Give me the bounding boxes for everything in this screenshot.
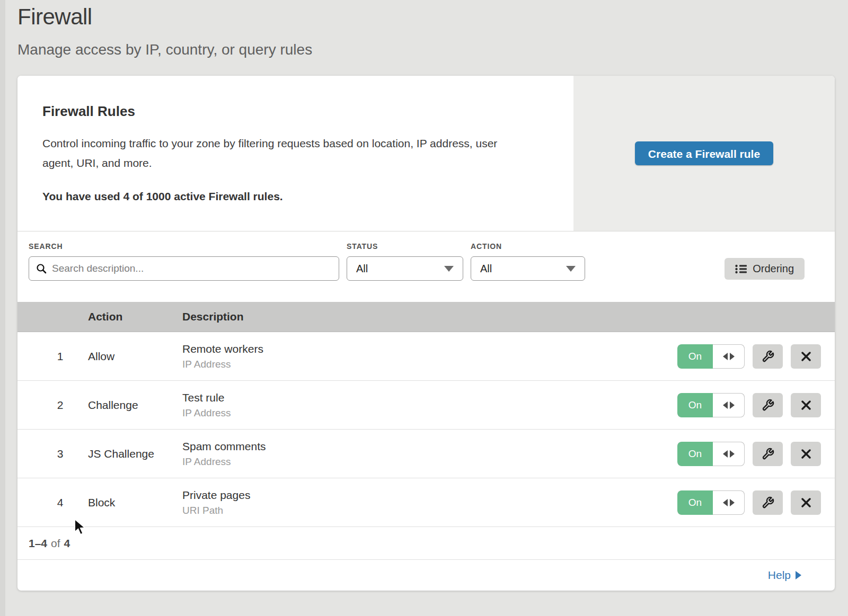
action-selected-value: All	[480, 263, 492, 275]
wrench-icon	[762, 496, 774, 509]
pagination-total: 4	[64, 537, 70, 550]
page-title: Firewall	[17, 4, 312, 30]
delete-rule-button[interactable]	[791, 393, 821, 417]
rule-priority: 4	[17, 496, 88, 509]
search-icon	[36, 263, 47, 274]
edit-rule-button[interactable]	[753, 393, 783, 417]
page-header: Firewall Manage access by IP, country, o…	[17, 4, 312, 58]
delete-rule-button[interactable]	[791, 344, 821, 369]
rule-priority: 2	[17, 399, 88, 412]
list-icon	[735, 264, 747, 274]
rule-description: Private pages	[182, 489, 677, 502]
pagination: 1–4 of 4	[17, 527, 835, 560]
ordering-button-label: Ordering	[753, 263, 794, 275]
chevron-down-icon	[566, 266, 576, 272]
help-link-label: Help	[768, 569, 791, 582]
search-label: SEARCH	[29, 242, 339, 251]
pagination-of: of	[51, 537, 60, 550]
triangle-right-icon	[796, 571, 801, 579]
rule-enabled-toggle[interactable]: On	[677, 490, 745, 515]
chevron-down-icon	[444, 266, 454, 272]
rule-enabled-toggle[interactable]: On	[677, 442, 745, 466]
left-right-arrows-icon	[713, 393, 745, 417]
wrench-icon	[762, 399, 774, 412]
intro-text-panel: Firewall Rules Control incoming traffic …	[17, 76, 573, 231]
table-row: 4 Block Private pages URI Path On	[17, 478, 835, 527]
rule-description: Spam comments	[182, 440, 677, 453]
firewall-rules-card: Firewall Rules Control incoming traffic …	[17, 76, 835, 591]
delete-rule-button[interactable]	[791, 490, 821, 515]
intro-action-panel: Create a Firewall rule	[573, 76, 835, 231]
x-icon	[800, 448, 812, 460]
edit-rule-button[interactable]	[753, 490, 783, 515]
x-icon	[800, 497, 812, 508]
wrench-icon	[762, 448, 774, 460]
rule-description: Remote workers	[182, 343, 677, 355]
rule-match-type: URI Path	[182, 505, 677, 516]
column-action: Action	[88, 310, 182, 323]
left-right-arrows-icon	[713, 442, 745, 466]
rule-description-cell: Spam comments IP Address	[182, 440, 677, 468]
rule-match-type: IP Address	[182, 407, 677, 419]
intro-section: Firewall Rules Control incoming traffic …	[17, 76, 835, 231]
table-header: Action Description	[17, 302, 835, 332]
action-select[interactable]: All	[471, 256, 585, 281]
rule-description: Test rule	[182, 391, 677, 404]
x-icon	[800, 351, 812, 362]
intro-description: Control incoming traffic to your zone by…	[42, 133, 531, 173]
column-description: Description	[182, 310, 835, 323]
toggle-on-label: On	[677, 442, 713, 466]
rule-priority: 1	[17, 350, 88, 363]
pagination-range: 1–4	[29, 537, 47, 550]
table-row: 2 Challenge Test rule IP Address On	[17, 381, 835, 430]
toggle-on-label: On	[677, 490, 713, 515]
search-input-wrap	[29, 256, 339, 281]
rule-match-type: IP Address	[182, 456, 677, 468]
table-row: 3 JS Challenge Spam comments IP Address …	[17, 430, 835, 478]
edit-rule-button[interactable]	[753, 344, 783, 369]
row-controls: On	[677, 393, 835, 417]
rule-enabled-toggle[interactable]: On	[677, 393, 745, 417]
toggle-on-label: On	[677, 393, 713, 417]
rule-action: Block	[88, 496, 182, 509]
search-filter-group: SEARCH	[29, 242, 339, 281]
rule-match-type: IP Address	[182, 359, 677, 370]
x-icon	[800, 399, 812, 411]
table-row: 1 Allow Remote workers IP Address On	[17, 332, 835, 381]
create-firewall-rule-button[interactable]: Create a Firewall rule	[635, 141, 773, 165]
wrench-icon	[762, 350, 774, 363]
card-footer: Help	[17, 560, 835, 591]
rule-description-cell: Test rule IP Address	[182, 391, 677, 419]
page-subtitle: Manage access by IP, country, or query r…	[17, 41, 312, 58]
status-selected-value: All	[356, 263, 368, 275]
action-label: ACTION	[471, 242, 585, 251]
search-input[interactable]	[52, 263, 332, 274]
rule-action: JS Challenge	[88, 448, 182, 460]
rule-action: Allow	[88, 350, 182, 363]
help-link[interactable]: Help	[768, 569, 801, 582]
row-controls: On	[677, 442, 835, 466]
intro-heading: Firewall Rules	[42, 103, 531, 120]
action-filter-group: ACTION All	[471, 242, 585, 281]
toggle-on-label: On	[677, 344, 713, 369]
rule-description-cell: Remote workers IP Address	[182, 343, 677, 370]
ordering-button[interactable]: Ordering	[725, 258, 805, 280]
status-select[interactable]: All	[347, 256, 463, 281]
left-right-arrows-icon	[713, 490, 745, 515]
status-label: STATUS	[347, 242, 463, 251]
row-controls: On	[677, 344, 835, 369]
rule-priority: 3	[17, 448, 88, 460]
rule-description-cell: Private pages URI Path	[182, 489, 677, 516]
edit-rule-button[interactable]	[753, 442, 783, 466]
left-right-arrows-icon	[713, 344, 745, 369]
filters-bar: SEARCH STATUS All ACTION All	[17, 231, 835, 302]
rule-enabled-toggle[interactable]: On	[677, 344, 745, 369]
status-filter-group: STATUS All	[347, 242, 463, 281]
rules-usage-text: You have used 4 of 1000 active Firewall …	[42, 190, 531, 203]
delete-rule-button[interactable]	[791, 442, 821, 466]
row-controls: On	[677, 490, 835, 515]
window-edge	[0, 0, 5, 616]
rule-action: Challenge	[88, 399, 182, 412]
